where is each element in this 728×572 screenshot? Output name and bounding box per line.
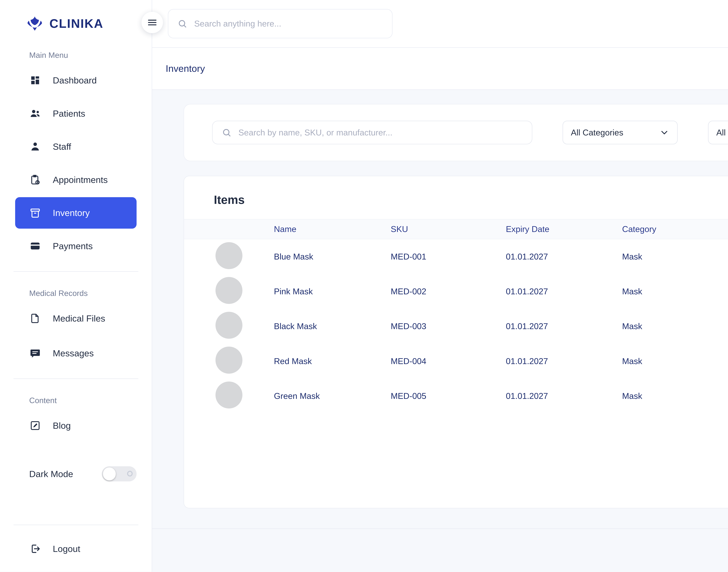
hamburger-icon [147, 17, 158, 28]
content: All Categories All Stock Levels Items N [152, 90, 728, 572]
toggle-knob [103, 468, 116, 480]
table-row: Black Mask MED-003 01.01.2027 Mask 500 [184, 309, 728, 344]
global-search [168, 9, 392, 38]
inventory-search [212, 121, 532, 144]
item-category: Mask [622, 391, 728, 401]
page-title: Inventory [166, 63, 205, 74]
dark-mode-toggle[interactable] [102, 466, 137, 482]
inventory-search-input[interactable] [238, 128, 523, 137]
sidebar-item-label: Medical Files [53, 313, 105, 324]
item-category: Mask [622, 252, 728, 262]
topbar [152, 0, 728, 48]
sidebar-item-staff[interactable]: Staff [15, 131, 137, 162]
sidebar-item-appointments[interactable]: Appointments [15, 164, 137, 196]
col-name: Name [274, 224, 391, 234]
item-expiry: 01.01.2027 [506, 252, 622, 262]
col-sku: SKU [391, 224, 506, 234]
sidebar-item-label: Patients [53, 109, 85, 119]
sidebar-item-label: Appointments [53, 174, 108, 185]
logout-icon [29, 543, 41, 555]
stock-level-select-value: All Stock Levels [716, 128, 728, 137]
item-sku: MED-003 [391, 321, 506, 331]
sidebar-divider [13, 271, 138, 272]
item-expiry: 01.01.2027 [506, 321, 622, 331]
search-icon [222, 128, 232, 138]
inventory-box-icon [29, 207, 41, 219]
stock-level-select[interactable]: All Stock Levels [708, 121, 728, 144]
medical-records-label: Medical Records [29, 289, 152, 298]
item-sku: MED-002 [391, 287, 506, 296]
col-category: Category [622, 224, 728, 234]
item-avatar [216, 381, 242, 409]
item-category: Mask [622, 321, 728, 331]
sidebar-item-label: Messages [53, 348, 94, 358]
item-expiry: 01.01.2027 [506, 356, 622, 366]
sidebar: CLINIKA Main Menu Dashboard Patients S [0, 0, 152, 572]
brand: CLINIKA [0, 0, 152, 42]
sidebar-item-label: Blog [53, 420, 71, 431]
sidebar-item-patients[interactable]: Patients [15, 98, 137, 129]
sidebar-item-label: Dashboard [53, 75, 97, 85]
item-name: Red Mask [274, 356, 391, 366]
breadcrumb: Inventory [152, 48, 728, 90]
sidebar-item-messages[interactable]: Messages [15, 338, 137, 369]
item-name: Black Mask [274, 321, 391, 331]
items-title: Items [184, 176, 728, 219]
dark-mode-row: Dark Mode [15, 462, 137, 486]
clinika-logo-icon [26, 14, 44, 32]
medical-files-icon [29, 312, 41, 324]
sidebar-item-label: Payments [53, 241, 93, 251]
table-row: Red Mask MED-004 01.01.2027 Mask 500 [184, 344, 728, 378]
item-name: Blue Mask [274, 252, 391, 262]
sidebar-item-label: Staff [53, 141, 71, 152]
table-row: Pink Mask MED-002 01.01.2027 Mask 500 [184, 274, 728, 309]
main-menu-nav: Dashboard Patients Staff Appointments [0, 63, 152, 264]
col-expiry-date: Expiry Date [506, 224, 622, 234]
sidebar-item-medical-files[interactable]: Medical Files [15, 303, 137, 334]
item-sku: MED-004 [391, 356, 506, 366]
chevron-down-icon [659, 128, 669, 138]
global-search-input[interactable] [194, 19, 383, 28]
table-row: Blue Mask MED-001 01.01.2027 Mask 500 [184, 239, 728, 274]
payments-card-icon [29, 240, 41, 252]
sidebar-item-inventory[interactable]: Inventory [15, 197, 137, 229]
sidebar-item-logout[interactable]: Logout [15, 533, 137, 564]
item-category: Mask [622, 287, 728, 296]
content-footer-divider [152, 528, 728, 529]
sidebar-divider [13, 378, 138, 379]
item-name: Pink Mask [274, 287, 391, 296]
item-avatar [216, 277, 242, 304]
content-label: Content [29, 396, 152, 405]
messages-icon [29, 347, 41, 359]
main-menu-label: Main Menu [29, 51, 152, 60]
brand-name: CLINIKA [49, 16, 103, 31]
sidebar-item-blog[interactable]: Blog [15, 410, 137, 441]
category-select-value: All Categories [571, 128, 623, 137]
search-icon [177, 19, 188, 29]
items-card: Items Name SKU Expiry Date Category Quan… [184, 176, 728, 508]
item-avatar [216, 242, 242, 269]
sidebar-item-label: Inventory [53, 208, 90, 218]
sidebar-item-label: Logout [53, 544, 80, 554]
item-name: Green Mask [274, 391, 391, 401]
item-sku: MED-001 [391, 252, 506, 262]
category-select[interactable]: All Categories [563, 121, 678, 144]
item-expiry: 01.01.2027 [506, 391, 622, 401]
item-expiry: 01.01.2027 [506, 287, 622, 296]
blog-icon [29, 420, 41, 431]
toggle-ring-icon [127, 471, 133, 477]
sidebar-toggle-button[interactable] [142, 12, 163, 33]
sidebar-item-payments[interactable]: Payments [15, 230, 137, 262]
main-area: Inventory All Categories All Stock [152, 0, 728, 572]
item-sku: MED-005 [391, 391, 506, 401]
staff-icon [29, 141, 41, 152]
patients-icon [29, 108, 41, 120]
dark-mode-label: Dark Mode [29, 469, 73, 479]
dashboard-grid-icon [29, 74, 41, 86]
sidebar-divider [13, 525, 138, 525]
sidebar-bottom: Logout [0, 517, 152, 572]
table-header: Name SKU Expiry Date Category Quantity [184, 219, 728, 239]
filter-bar: All Categories All Stock Levels [184, 104, 728, 161]
app-root: CLINIKA Main Menu Dashboard Patients S [0, 0, 728, 572]
sidebar-item-dashboard[interactable]: Dashboard [15, 65, 137, 96]
